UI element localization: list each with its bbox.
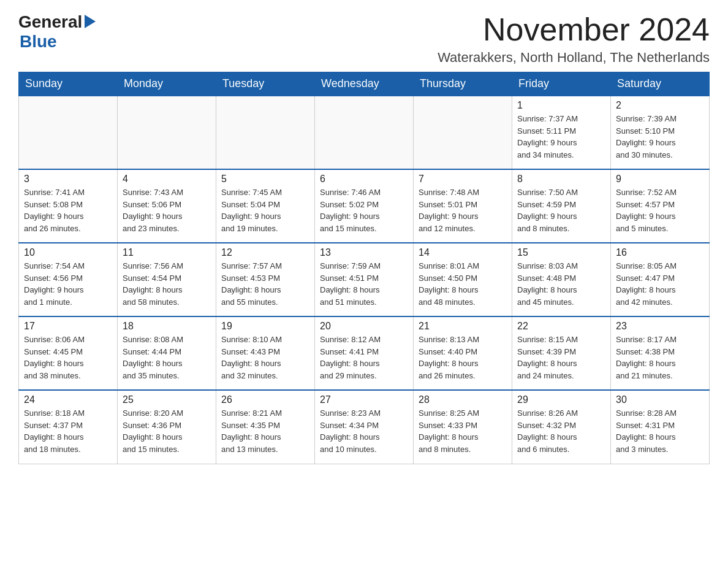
day-info: Sunrise: 8:20 AM Sunset: 4:36 PM Dayligh…	[123, 407, 211, 455]
calendar-day	[216, 96, 315, 169]
day-number: 30	[616, 394, 704, 405]
day-number: 8	[517, 174, 605, 185]
day-number: 15	[517, 247, 605, 258]
day-info: Sunrise: 7:52 AM Sunset: 4:57 PM Dayligh…	[616, 186, 704, 234]
logo-arrow-icon	[85, 13, 98, 32]
col-monday: Monday	[118, 72, 216, 96]
calendar-week-1: 1Sunrise: 7:37 AM Sunset: 5:11 PM Daylig…	[19, 96, 710, 169]
day-number: 16	[616, 247, 704, 258]
calendar-day: 13Sunrise: 7:59 AM Sunset: 4:51 PM Dayli…	[315, 243, 414, 316]
day-info: Sunrise: 8:25 AM Sunset: 4:33 PM Dayligh…	[419, 407, 507, 455]
calendar-day: 5Sunrise: 7:45 AM Sunset: 5:04 PM Daylig…	[216, 169, 315, 243]
col-friday: Friday	[512, 72, 611, 96]
svg-marker-0	[85, 15, 96, 28]
day-number: 13	[320, 247, 408, 258]
calendar-day: 7Sunrise: 7:48 AM Sunset: 5:01 PM Daylig…	[414, 169, 512, 243]
day-number: 27	[320, 394, 408, 405]
logo: General Blue	[18, 12, 98, 52]
day-number: 17	[24, 321, 112, 332]
calendar-week-3: 10Sunrise: 7:54 AM Sunset: 4:56 PM Dayli…	[19, 243, 710, 316]
day-number: 20	[320, 321, 408, 332]
day-info: Sunrise: 8:17 AM Sunset: 4:38 PM Dayligh…	[616, 334, 704, 381]
day-number: 28	[419, 394, 507, 405]
calendar-day: 27Sunrise: 8:23 AM Sunset: 4:34 PM Dayli…	[315, 390, 414, 464]
calendar-header-row: Sunday Monday Tuesday Wednesday Thursday…	[19, 72, 710, 96]
month-title: November 2024	[438, 12, 710, 47]
calendar-day: 22Sunrise: 8:15 AM Sunset: 4:39 PM Dayli…	[512, 316, 611, 390]
day-info: Sunrise: 7:41 AM Sunset: 5:08 PM Dayligh…	[24, 186, 112, 234]
calendar-week-2: 3Sunrise: 7:41 AM Sunset: 5:08 PM Daylig…	[19, 169, 710, 243]
day-number: 19	[221, 321, 309, 332]
day-number: 7	[419, 174, 507, 185]
day-info: Sunrise: 7:56 AM Sunset: 4:54 PM Dayligh…	[123, 260, 211, 308]
location-title: Waterakkers, North Holland, The Netherla…	[438, 50, 710, 66]
calendar-day: 29Sunrise: 8:26 AM Sunset: 4:32 PM Dayli…	[512, 390, 611, 464]
day-info: Sunrise: 7:37 AM Sunset: 5:11 PM Dayligh…	[517, 113, 605, 161]
day-info: Sunrise: 8:12 AM Sunset: 4:41 PM Dayligh…	[320, 334, 408, 381]
day-number: 3	[24, 174, 112, 185]
calendar-day: 9Sunrise: 7:52 AM Sunset: 4:57 PM Daylig…	[611, 169, 710, 243]
day-number: 14	[419, 247, 507, 258]
day-number: 18	[123, 321, 211, 332]
calendar-table: Sunday Monday Tuesday Wednesday Thursday…	[18, 72, 710, 464]
day-info: Sunrise: 7:39 AM Sunset: 5:10 PM Dayligh…	[616, 113, 704, 161]
day-info: Sunrise: 8:06 AM Sunset: 4:45 PM Dayligh…	[24, 334, 112, 381]
day-info: Sunrise: 7:54 AM Sunset: 4:56 PM Dayligh…	[24, 260, 112, 308]
calendar-day: 30Sunrise: 8:28 AM Sunset: 4:31 PM Dayli…	[611, 390, 710, 464]
day-number: 26	[221, 394, 309, 405]
calendar-week-4: 17Sunrise: 8:06 AM Sunset: 4:45 PM Dayli…	[19, 316, 710, 390]
calendar-day: 10Sunrise: 7:54 AM Sunset: 4:56 PM Dayli…	[19, 243, 118, 316]
calendar-day: 23Sunrise: 8:17 AM Sunset: 4:38 PM Dayli…	[611, 316, 710, 390]
day-info: Sunrise: 7:48 AM Sunset: 5:01 PM Dayligh…	[419, 186, 507, 234]
calendar-day: 1Sunrise: 7:37 AM Sunset: 5:11 PM Daylig…	[512, 96, 611, 169]
calendar-day: 15Sunrise: 8:03 AM Sunset: 4:48 PM Dayli…	[512, 243, 611, 316]
calendar-day: 19Sunrise: 8:10 AM Sunset: 4:43 PM Dayli…	[216, 316, 315, 390]
day-number: 12	[221, 247, 309, 258]
calendar-day: 3Sunrise: 7:41 AM Sunset: 5:08 PM Daylig…	[19, 169, 118, 243]
day-number: 23	[616, 321, 704, 332]
day-info: Sunrise: 8:05 AM Sunset: 4:47 PM Dayligh…	[616, 260, 704, 308]
calendar-day: 28Sunrise: 8:25 AM Sunset: 4:33 PM Dayli…	[414, 390, 512, 464]
day-number: 24	[24, 394, 112, 405]
calendar-day: 2Sunrise: 7:39 AM Sunset: 5:10 PM Daylig…	[611, 96, 710, 169]
day-info: Sunrise: 8:08 AM Sunset: 4:44 PM Dayligh…	[123, 334, 211, 381]
day-info: Sunrise: 8:18 AM Sunset: 4:37 PM Dayligh…	[24, 407, 112, 455]
logo-general-text: General	[18, 12, 82, 32]
day-info: Sunrise: 7:43 AM Sunset: 5:06 PM Dayligh…	[123, 186, 211, 234]
day-number: 5	[221, 174, 309, 185]
day-number: 6	[320, 174, 408, 185]
calendar-day: 20Sunrise: 8:12 AM Sunset: 4:41 PM Dayli…	[315, 316, 414, 390]
calendar-day	[414, 96, 512, 169]
day-info: Sunrise: 8:15 AM Sunset: 4:39 PM Dayligh…	[517, 334, 605, 381]
day-info: Sunrise: 8:01 AM Sunset: 4:50 PM Dayligh…	[419, 260, 507, 308]
col-wednesday: Wednesday	[315, 72, 414, 96]
calendar-day: 8Sunrise: 7:50 AM Sunset: 4:59 PM Daylig…	[512, 169, 611, 243]
day-info: Sunrise: 7:45 AM Sunset: 5:04 PM Dayligh…	[221, 186, 309, 234]
day-info: Sunrise: 8:21 AM Sunset: 4:35 PM Dayligh…	[221, 407, 309, 455]
calendar-day	[315, 96, 414, 169]
calendar-week-5: 24Sunrise: 8:18 AM Sunset: 4:37 PM Dayli…	[19, 390, 710, 464]
day-number: 22	[517, 321, 605, 332]
day-number: 1	[517, 100, 605, 111]
col-thursday: Thursday	[414, 72, 512, 96]
day-info: Sunrise: 8:26 AM Sunset: 4:32 PM Dayligh…	[517, 407, 605, 455]
calendar-day: 16Sunrise: 8:05 AM Sunset: 4:47 PM Dayli…	[611, 243, 710, 316]
day-info: Sunrise: 7:46 AM Sunset: 5:02 PM Dayligh…	[320, 186, 408, 234]
calendar-day: 14Sunrise: 8:01 AM Sunset: 4:50 PM Dayli…	[414, 243, 512, 316]
day-info: Sunrise: 7:50 AM Sunset: 4:59 PM Dayligh…	[517, 186, 605, 234]
calendar-day: 26Sunrise: 8:21 AM Sunset: 4:35 PM Dayli…	[216, 390, 315, 464]
day-number: 9	[616, 174, 704, 185]
calendar-day: 24Sunrise: 8:18 AM Sunset: 4:37 PM Dayli…	[19, 390, 118, 464]
calendar-day: 6Sunrise: 7:46 AM Sunset: 5:02 PM Daylig…	[315, 169, 414, 243]
calendar-day: 11Sunrise: 7:56 AM Sunset: 4:54 PM Dayli…	[118, 243, 216, 316]
col-sunday: Sunday	[19, 72, 118, 96]
calendar-day: 21Sunrise: 8:13 AM Sunset: 4:40 PM Dayli…	[414, 316, 512, 390]
day-info: Sunrise: 8:23 AM Sunset: 4:34 PM Dayligh…	[320, 407, 408, 455]
day-info: Sunrise: 8:28 AM Sunset: 4:31 PM Dayligh…	[616, 407, 704, 455]
page-header: General Blue November 2024 Waterakkers, …	[18, 12, 710, 66]
day-number: 4	[123, 174, 211, 185]
day-info: Sunrise: 8:10 AM Sunset: 4:43 PM Dayligh…	[221, 334, 309, 381]
day-info: Sunrise: 7:59 AM Sunset: 4:51 PM Dayligh…	[320, 260, 408, 308]
day-number: 10	[24, 247, 112, 258]
col-saturday: Saturday	[611, 72, 710, 96]
